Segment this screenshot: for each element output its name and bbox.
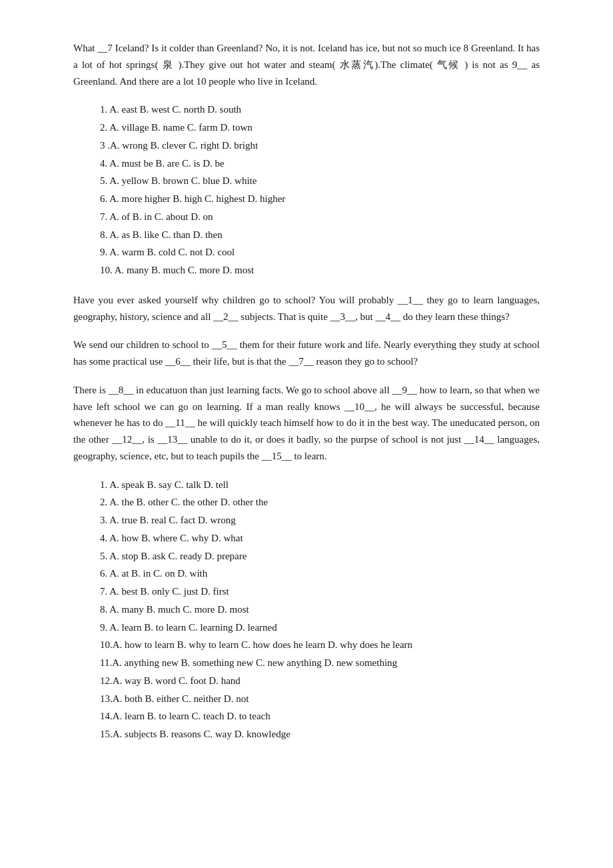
options-list-1: 1. A. east B. west C. north D. south 2. …: [73, 101, 540, 279]
option-2-1: 1. A. speak B. say C. talk D. tell: [100, 477, 540, 493]
option-2-12: 12.A. way B. word C. foot D. hand: [100, 673, 540, 689]
passage2-line3: There is __8__ in educatuon than just le…: [73, 382, 540, 465]
passage2-line1: Have you ever asked yourself why childre…: [73, 292, 540, 325]
option-2-15: 15.A. subjects B. reasons C. way D. know…: [100, 726, 540, 743]
option-1-9: 9. A. warm B. cold C. not D. cool: [100, 244, 540, 261]
option-2-10: 10.A. how to learn B. why to learn C. ho…: [100, 637, 540, 653]
option-1-1: 1. A. east B. west C. north D. south: [100, 101, 540, 118]
option-2-5: 5. A. stop B. ask C. ready D. prepare: [100, 548, 540, 565]
option-2-3: 3. A. true B. real C. fact D. wrong: [100, 512, 540, 529]
option-2-9: 9. A. learn B. to learn C. learning D. l…: [100, 619, 540, 636]
option-1-8: 8. A. as B. like C. than D. then: [100, 227, 540, 243]
option-2-4: 4. A. how B. where C. why D. what: [100, 530, 540, 547]
options-list-2: 1. A. speak B. say C. talk D. tell 2. A.…: [73, 477, 540, 743]
option-1-7: 7. A. of B. in C. about D. on: [100, 209, 540, 225]
option-2-7: 7. A. best B. only C. just D. first: [100, 583, 540, 600]
option-1-6: 6. A. more higher B. high C. highest D. …: [100, 191, 540, 207]
passage1-text: What __7 Iceland? Is it colder than Gree…: [73, 40, 540, 89]
option-2-13: 13.A. both B. either C. neither D. not: [100, 691, 540, 707]
option-1-2: 2. A. village B. name C. farm D. town: [100, 119, 540, 136]
option-2-14: 14.A. learn B. to learn C. teach D. to t…: [100, 708, 540, 725]
option-2-2: 2. A. the B. other C. the other D. other…: [100, 494, 540, 511]
passage2-line2: We send our children to school to __5__ …: [73, 337, 540, 370]
option-2-11: 11.A. anything new B. something new C. n…: [100, 655, 540, 671]
option-1-3: 3 .A. wrong B. clever C. right D. bright: [100, 137, 540, 154]
option-1-4: 4. A. must be B. are C. is D. be: [100, 155, 540, 172]
option-2-6: 6. A. at B. in C. on D. with: [100, 565, 540, 582]
option-1-10: 10. A. many B. much C. more D. most: [100, 262, 540, 279]
option-2-8: 8. A. many B. much C. more D. most: [100, 601, 540, 618]
option-1-5: 5. A. yellow B. brown C. blue D. white: [100, 173, 540, 189]
